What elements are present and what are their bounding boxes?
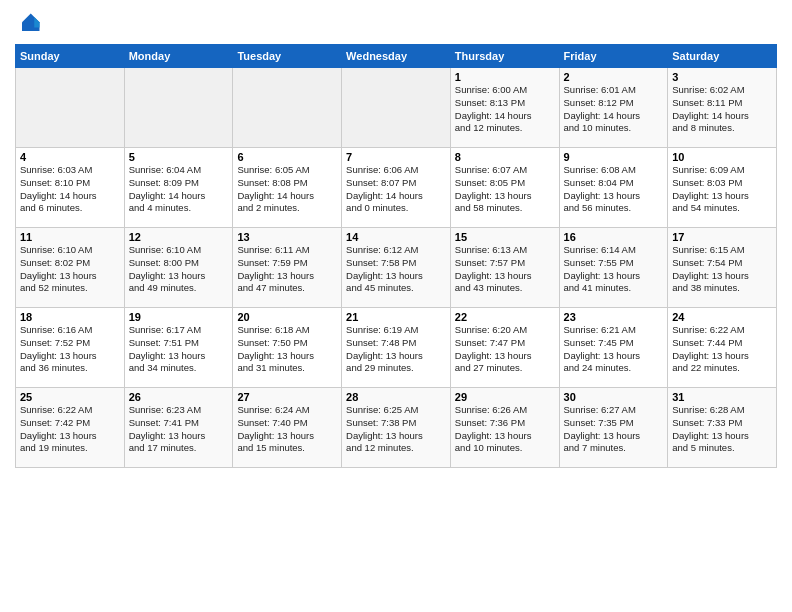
calendar-cell: 30Sunrise: 6:27 AMSunset: 7:35 PMDayligh… [559, 388, 668, 468]
calendar-cell: 4Sunrise: 6:03 AMSunset: 8:10 PMDaylight… [16, 148, 125, 228]
day-info: Sunrise: 6:10 AMSunset: 8:00 PMDaylight:… [129, 244, 229, 295]
day-info: Sunrise: 6:03 AMSunset: 8:10 PMDaylight:… [20, 164, 120, 215]
day-number: 14 [346, 231, 446, 243]
day-number: 24 [672, 311, 772, 323]
day-number: 25 [20, 391, 120, 403]
day-header: Friday [559, 45, 668, 68]
calendar-cell: 14Sunrise: 6:12 AMSunset: 7:58 PMDayligh… [342, 228, 451, 308]
calendar-cell: 10Sunrise: 6:09 AMSunset: 8:03 PMDayligh… [668, 148, 777, 228]
day-info: Sunrise: 6:08 AMSunset: 8:04 PMDaylight:… [564, 164, 664, 215]
day-number: 4 [20, 151, 120, 163]
day-number: 10 [672, 151, 772, 163]
calendar-cell: 15Sunrise: 6:13 AMSunset: 7:57 PMDayligh… [450, 228, 559, 308]
day-header: Sunday [16, 45, 125, 68]
day-info: Sunrise: 6:28 AMSunset: 7:33 PMDaylight:… [672, 404, 772, 455]
calendar-cell: 6Sunrise: 6:05 AMSunset: 8:08 PMDaylight… [233, 148, 342, 228]
day-number: 20 [237, 311, 337, 323]
calendar-week: 25Sunrise: 6:22 AMSunset: 7:42 PMDayligh… [16, 388, 777, 468]
day-number: 23 [564, 311, 664, 323]
calendar-cell: 21Sunrise: 6:19 AMSunset: 7:48 PMDayligh… [342, 308, 451, 388]
day-number: 31 [672, 391, 772, 403]
day-info: Sunrise: 6:00 AMSunset: 8:13 PMDaylight:… [455, 84, 555, 135]
calendar-body: 1Sunrise: 6:00 AMSunset: 8:13 PMDaylight… [16, 68, 777, 468]
calendar-cell: 1Sunrise: 6:00 AMSunset: 8:13 PMDaylight… [450, 68, 559, 148]
calendar-week: 18Sunrise: 6:16 AMSunset: 7:52 PMDayligh… [16, 308, 777, 388]
calendar-cell [16, 68, 125, 148]
day-info: Sunrise: 6:16 AMSunset: 7:52 PMDaylight:… [20, 324, 120, 375]
day-number: 3 [672, 71, 772, 83]
day-number: 19 [129, 311, 229, 323]
day-number: 30 [564, 391, 664, 403]
day-info: Sunrise: 6:25 AMSunset: 7:38 PMDaylight:… [346, 404, 446, 455]
day-info: Sunrise: 6:27 AMSunset: 7:35 PMDaylight:… [564, 404, 664, 455]
calendar-cell: 3Sunrise: 6:02 AMSunset: 8:11 PMDaylight… [668, 68, 777, 148]
day-info: Sunrise: 6:10 AMSunset: 8:02 PMDaylight:… [20, 244, 120, 295]
day-number: 13 [237, 231, 337, 243]
day-info: Sunrise: 6:21 AMSunset: 7:45 PMDaylight:… [564, 324, 664, 375]
header-row: SundayMondayTuesdayWednesdayThursdayFrid… [16, 45, 777, 68]
day-header: Monday [124, 45, 233, 68]
calendar-cell: 29Sunrise: 6:26 AMSunset: 7:36 PMDayligh… [450, 388, 559, 468]
calendar-cell: 16Sunrise: 6:14 AMSunset: 7:55 PMDayligh… [559, 228, 668, 308]
day-info: Sunrise: 6:14 AMSunset: 7:55 PMDaylight:… [564, 244, 664, 295]
calendar-cell: 9Sunrise: 6:08 AMSunset: 8:04 PMDaylight… [559, 148, 668, 228]
calendar-cell: 27Sunrise: 6:24 AMSunset: 7:40 PMDayligh… [233, 388, 342, 468]
day-number: 17 [672, 231, 772, 243]
day-number: 29 [455, 391, 555, 403]
day-number: 11 [20, 231, 120, 243]
day-info: Sunrise: 6:22 AMSunset: 7:44 PMDaylight:… [672, 324, 772, 375]
day-header: Saturday [668, 45, 777, 68]
calendar-week: 4Sunrise: 6:03 AMSunset: 8:10 PMDaylight… [16, 148, 777, 228]
day-number: 5 [129, 151, 229, 163]
day-number: 27 [237, 391, 337, 403]
calendar-cell: 20Sunrise: 6:18 AMSunset: 7:50 PMDayligh… [233, 308, 342, 388]
calendar-cell: 13Sunrise: 6:11 AMSunset: 7:59 PMDayligh… [233, 228, 342, 308]
calendar-cell: 26Sunrise: 6:23 AMSunset: 7:41 PMDayligh… [124, 388, 233, 468]
day-header: Tuesday [233, 45, 342, 68]
day-header: Wednesday [342, 45, 451, 68]
day-number: 9 [564, 151, 664, 163]
calendar-header: SundayMondayTuesdayWednesdayThursdayFrid… [16, 45, 777, 68]
day-number: 22 [455, 311, 555, 323]
day-info: Sunrise: 6:18 AMSunset: 7:50 PMDaylight:… [237, 324, 337, 375]
calendar-cell: 8Sunrise: 6:07 AMSunset: 8:05 PMDaylight… [450, 148, 559, 228]
day-info: Sunrise: 6:05 AMSunset: 8:08 PMDaylight:… [237, 164, 337, 215]
calendar-cell: 22Sunrise: 6:20 AMSunset: 7:47 PMDayligh… [450, 308, 559, 388]
calendar-week: 11Sunrise: 6:10 AMSunset: 8:02 PMDayligh… [16, 228, 777, 308]
day-number: 1 [455, 71, 555, 83]
day-number: 6 [237, 151, 337, 163]
calendar-cell: 7Sunrise: 6:06 AMSunset: 8:07 PMDaylight… [342, 148, 451, 228]
day-info: Sunrise: 6:24 AMSunset: 7:40 PMDaylight:… [237, 404, 337, 455]
calendar-cell: 5Sunrise: 6:04 AMSunset: 8:09 PMDaylight… [124, 148, 233, 228]
calendar-cell: 31Sunrise: 6:28 AMSunset: 7:33 PMDayligh… [668, 388, 777, 468]
day-number: 2 [564, 71, 664, 83]
calendar-cell: 11Sunrise: 6:10 AMSunset: 8:02 PMDayligh… [16, 228, 125, 308]
day-info: Sunrise: 6:20 AMSunset: 7:47 PMDaylight:… [455, 324, 555, 375]
day-info: Sunrise: 6:13 AMSunset: 7:57 PMDaylight:… [455, 244, 555, 295]
day-info: Sunrise: 6:17 AMSunset: 7:51 PMDaylight:… [129, 324, 229, 375]
calendar-cell: 24Sunrise: 6:22 AMSunset: 7:44 PMDayligh… [668, 308, 777, 388]
day-info: Sunrise: 6:02 AMSunset: 8:11 PMDaylight:… [672, 84, 772, 135]
day-info: Sunrise: 6:09 AMSunset: 8:03 PMDaylight:… [672, 164, 772, 215]
day-number: 7 [346, 151, 446, 163]
day-info: Sunrise: 6:11 AMSunset: 7:59 PMDaylight:… [237, 244, 337, 295]
day-info: Sunrise: 6:01 AMSunset: 8:12 PMDaylight:… [564, 84, 664, 135]
day-info: Sunrise: 6:06 AMSunset: 8:07 PMDaylight:… [346, 164, 446, 215]
day-number: 26 [129, 391, 229, 403]
logo [15, 10, 45, 38]
day-number: 12 [129, 231, 229, 243]
day-info: Sunrise: 6:23 AMSunset: 7:41 PMDaylight:… [129, 404, 229, 455]
calendar-cell: 18Sunrise: 6:16 AMSunset: 7:52 PMDayligh… [16, 308, 125, 388]
day-info: Sunrise: 6:15 AMSunset: 7:54 PMDaylight:… [672, 244, 772, 295]
calendar-cell: 12Sunrise: 6:10 AMSunset: 8:00 PMDayligh… [124, 228, 233, 308]
calendar-cell: 19Sunrise: 6:17 AMSunset: 7:51 PMDayligh… [124, 308, 233, 388]
day-info: Sunrise: 6:22 AMSunset: 7:42 PMDaylight:… [20, 404, 120, 455]
calendar-cell [342, 68, 451, 148]
calendar-cell: 2Sunrise: 6:01 AMSunset: 8:12 PMDaylight… [559, 68, 668, 148]
day-info: Sunrise: 6:19 AMSunset: 7:48 PMDaylight:… [346, 324, 446, 375]
calendar-cell [124, 68, 233, 148]
day-info: Sunrise: 6:07 AMSunset: 8:05 PMDaylight:… [455, 164, 555, 215]
day-number: 18 [20, 311, 120, 323]
calendar-table: SundayMondayTuesdayWednesdayThursdayFrid… [15, 44, 777, 468]
calendar-cell: 28Sunrise: 6:25 AMSunset: 7:38 PMDayligh… [342, 388, 451, 468]
